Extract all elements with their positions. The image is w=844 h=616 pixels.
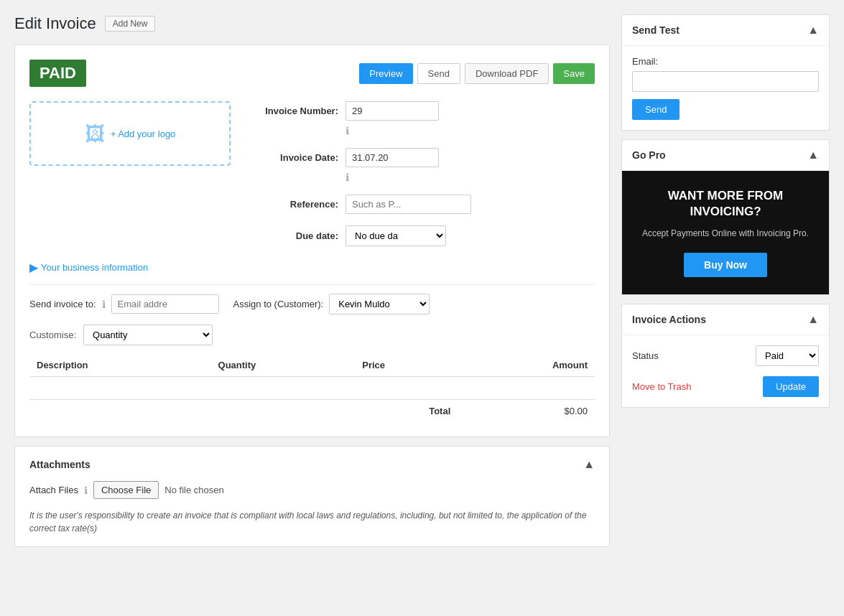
business-info-link[interactable]: ▶ Your business information (29, 261, 595, 274)
attach-files-info-icon: ℹ (84, 485, 88, 496)
assign-label: Assign to (Customer): (233, 299, 324, 309)
total-label: Total (355, 400, 458, 423)
table-header-amount: Amount (458, 354, 595, 377)
invoice-number-info-row: ℹ (346, 125, 595, 136)
reference-row: Reference: (245, 195, 595, 214)
send-button[interactable]: Send (417, 63, 460, 84)
go-pro-ad: WANT MORE FROM INVOICING? Accept Payment… (622, 171, 829, 294)
invoice-actions-panel-body: Status Unpaid Paid Overdue Draft Move to… (622, 335, 829, 407)
add-logo-label: + Add your logo (111, 129, 176, 139)
send-test-panel-body: Email: Send (622, 46, 829, 130)
invoice-date-info-row: ℹ (346, 172, 595, 183)
actions-footer: Move to Trash Update (632, 376, 819, 397)
invoice-number-label: Invoice Number: (245, 106, 338, 116)
table-empty-row (29, 377, 595, 400)
customise-label: Customise: (29, 330, 76, 340)
email-field-label: Email: (632, 56, 819, 67)
divider-1 (29, 284, 595, 285)
invoice-actions-panel: Invoice Actions ▲ Status Unpaid Paid Ove… (621, 304, 830, 408)
go-pro-collapse-icon[interactable]: ▲ (807, 149, 819, 162)
send-test-panel-header: Send Test ▲ (622, 15, 829, 46)
save-button[interactable]: Save (553, 63, 595, 84)
go-pro-ad-sub: Accept Payments Online with Invoicing Pr… (634, 227, 817, 240)
table-header-price: Price (355, 354, 458, 377)
invoice-date-input[interactable] (346, 148, 439, 167)
total-value: $0.00 (458, 400, 595, 423)
reference-label: Reference: (245, 199, 338, 210)
invoice-number-input[interactable] (346, 101, 439, 121)
send-test-email-input[interactable] (632, 71, 819, 92)
attach-row: Attach Files ℹ Choose File No file chose… (29, 481, 595, 499)
send-invoice-label: Send invoice to: (29, 299, 96, 309)
logo-area: 🖼 + Add your logo (29, 101, 231, 246)
send-invoice-group: Send invoice to: ℹ (29, 294, 219, 314)
invoice-actions-title: Invoice Actions (632, 314, 706, 325)
attachments-collapse-icon[interactable]: ▲ (583, 458, 595, 471)
fields-area: Invoice Number: ℹ Invoice Date: ℹ (245, 101, 595, 246)
send-test-title: Send Test (632, 24, 680, 36)
status-row: Status Unpaid Paid Overdue Draft (632, 345, 819, 366)
page-header: Edit Invoice Add New (14, 14, 610, 33)
invoice-card: PAID Preview Send Download PDF Save 🖼 + … (14, 45, 610, 437)
send-test-button[interactable]: Send (632, 99, 680, 120)
go-pro-panel: Go Pro ▲ WANT MORE FROM INVOICING? Accep… (621, 139, 830, 295)
assign-group: Assign to (Customer): Kevin Muldo (233, 294, 430, 314)
due-date-select[interactable]: No due da Net 7 Net 15 Net 30 (346, 225, 446, 246)
send-invoice-info-icon: ℹ (102, 299, 106, 310)
invoice-body-top: 🖼 + Add your logo Invoice Number: ℹ (29, 101, 595, 246)
status-select[interactable]: Unpaid Paid Overdue Draft (756, 345, 819, 366)
customise-row: Customise: Quantity None Discount Tax (29, 325, 595, 345)
add-new-button[interactable]: Add New (105, 16, 156, 32)
update-button[interactable]: Update (763, 376, 819, 397)
invoice-number-info-icon: ℹ (346, 125, 349, 136)
send-assign-row: Send invoice to: ℹ Assign to (Customer):… (29, 294, 595, 314)
total-row: Total $0.00 (29, 400, 595, 423)
attachments-title: Attachments (29, 459, 91, 470)
business-info-row: ▶ Your business information (29, 261, 595, 274)
no-file-chosen-label: No file chosen (164, 485, 223, 495)
download-pdf-button[interactable]: Download PDF (465, 63, 549, 84)
send-test-panel: Send Test ▲ Email: Send (621, 14, 830, 131)
chevron-right-icon: ▶ (29, 261, 38, 274)
invoice-top-bar: PAID Preview Send Download PDF Save (29, 60, 595, 87)
send-invoice-email-input[interactable] (111, 294, 219, 314)
invoice-number-row: Invoice Number: (245, 101, 595, 121)
go-pro-ad-title: WANT MORE FROM INVOICING? (634, 188, 817, 220)
invoice-date-label: Invoice Date: (245, 152, 338, 163)
preview-button[interactable]: Preview (359, 63, 412, 84)
disclaimer-text: It is the user's responsibility to creat… (29, 509, 595, 535)
attachments-header: Attachments ▲ (29, 458, 595, 471)
go-pro-panel-header: Go Pro ▲ (622, 140, 829, 171)
top-buttons: Preview Send Download PDF Save (359, 63, 595, 84)
paid-badge: PAID (29, 60, 86, 87)
reference-input[interactable] (346, 195, 471, 214)
table-header-description: Description (29, 354, 211, 377)
invoice-date-row: Invoice Date: (245, 148, 595, 167)
invoice-actions-collapse-icon[interactable]: ▲ (807, 313, 819, 326)
page-title: Edit Invoice (14, 14, 96, 33)
send-test-collapse-icon[interactable]: ▲ (807, 24, 819, 37)
choose-file-button[interactable]: Choose File (93, 481, 159, 499)
move-to-trash-link[interactable]: Move to Trash (632, 381, 691, 392)
table-header-quantity: Quantity (211, 354, 356, 377)
invoice-table: Description Quantity Price Amount (29, 354, 595, 422)
sidebar-column: Send Test ▲ Email: Send Go Pro ▲ WANT MO… (621, 14, 830, 602)
logo-placeholder[interactable]: 🖼 + Add your logo (29, 101, 231, 166)
business-info-label: Your business information (41, 262, 148, 273)
status-label: Status (632, 350, 659, 361)
attach-files-label: Attach Files (29, 485, 78, 495)
go-pro-title: Go Pro (632, 149, 666, 161)
invoice-date-info-icon: ℹ (346, 172, 349, 183)
image-icon: 🖼 (85, 122, 105, 146)
due-date-row: Due date: No due da Net 7 Net 15 Net 30 (245, 225, 595, 246)
attachments-card: Attachments ▲ Attach Files ℹ Choose File… (14, 446, 610, 547)
due-date-label: Due date: (245, 230, 338, 241)
invoice-actions-panel-header: Invoice Actions ▲ (622, 304, 829, 335)
buy-now-button[interactable]: Buy Now (684, 253, 767, 277)
assign-customer-select[interactable]: Kevin Muldo (329, 294, 430, 314)
customise-select[interactable]: Quantity None Discount Tax (83, 325, 213, 345)
